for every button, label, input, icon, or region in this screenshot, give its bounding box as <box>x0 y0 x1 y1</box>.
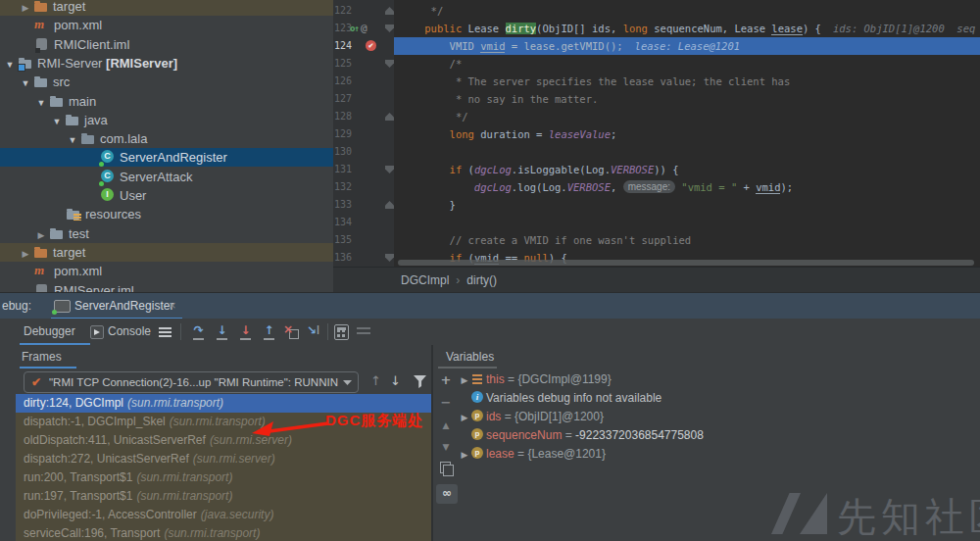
variable-row[interactable]: psequenceNum = -9223372036854775808 <box>458 426 980 445</box>
tree-row[interactable]: ▼RMI-Server [RMIServer] <box>0 54 334 73</box>
tree-row[interactable]: mpom.xml <box>0 262 334 280</box>
variable-row[interactable]: ▶please = {Lease@1201} <box>458 445 980 464</box>
editor-horizontal-scrollbar[interactable] <box>398 260 974 266</box>
tree-row[interactable]: RMIClient.iml <box>0 35 334 54</box>
code-line[interactable]: public Lease dirty(ObjID[] ids, long seq… <box>394 20 980 37</box>
tab-debugger[interactable]: Debugger <box>24 319 75 345</box>
editor-line[interactable]: 125 /* <box>333 55 980 73</box>
variable-row[interactable]: iVariables debug info not available <box>458 389 980 408</box>
variable-expand-icon[interactable]: ▶ <box>458 446 471 465</box>
frame-row[interactable]: dispatch:272, UnicastServerRef(sun.rmi.s… <box>16 450 431 468</box>
tree-row[interactable]: resources <box>0 205 334 223</box>
run-to-cursor-icon[interactable]: ↘I <box>305 323 321 340</box>
tree-expand-icon[interactable]: ▼ <box>49 113 65 131</box>
fold-marker-icon[interactable] <box>385 7 394 15</box>
frame-row[interactable]: oldDispatch:411, UnicastServerRef(sun.rm… <box>16 431 431 450</box>
variable-expand-icon[interactable]: ▶ <box>458 409 471 427</box>
tree-expand-icon[interactable]: ▼ <box>65 131 80 150</box>
layout-menu-icon[interactable] <box>159 327 172 329</box>
editor-line[interactable]: 128 */ <box>333 108 980 125</box>
code-line[interactable]: VMID vmid = lease.getVMID();lease: Lease… <box>394 37 980 55</box>
frame-row[interactable]: run:197, Transport$1(sun.rmi.transport) <box>16 487 431 506</box>
previous-frame-icon[interactable]: ↑ <box>370 371 381 391</box>
remove-watch-icon[interactable]: − <box>438 396 454 410</box>
step-over-icon[interactable]: ↷ <box>190 323 207 340</box>
editor-line[interactable]: 132 dgcLog.log(Log.VERBOSE, message: "vm… <box>333 178 980 196</box>
code-line[interactable]: if (dgcLog.isLoggable(Log.VERBOSE)) { <box>394 161 980 178</box>
breakpoint-icon[interactable]: ✔ <box>366 40 376 51</box>
tree-row[interactable]: ▶target <box>0 243 334 262</box>
code-line[interactable]: long duration = leaseValue; <box>394 125 980 143</box>
editor-line[interactable]: 126 * The server specifies the lease val… <box>333 73 980 90</box>
editor-line[interactable]: 134 <box>333 214 980 231</box>
fold-marker-icon[interactable] <box>385 60 394 68</box>
code-line[interactable]: */ <box>394 2 980 20</box>
editor-line[interactable]: 133 } <box>333 196 980 214</box>
editor-line[interactable]: 129 long duration = leaseValue; <box>333 125 980 143</box>
tree-row[interactable]: RMIServer.iml <box>0 281 334 293</box>
frame-row[interactable]: run:200, Transport$1(sun.rmi.transport) <box>16 468 431 487</box>
code-line[interactable]: } <box>394 196 980 214</box>
editor-line[interactable]: 131 if (dgcLog.isLoggable(Log.VERBOSE)) … <box>333 161 980 178</box>
tree-row[interactable]: ▼src <box>0 73 334 91</box>
breadcrumb-method[interactable]: dirty() <box>466 273 497 287</box>
tree-row[interactable]: ▼main <box>0 92 334 111</box>
move-down-icon[interactable]: ▼ <box>438 440 454 454</box>
tree-expand-icon[interactable]: ▼ <box>33 94 49 113</box>
force-step-into-icon[interactable]: ↓ <box>237 323 254 340</box>
tree-expand-icon[interactable]: ▼ <box>18 74 33 93</box>
breadcrumb-class[interactable]: DGCImpl <box>333 273 449 287</box>
evaluate-expression-icon[interactable] <box>334 324 349 340</box>
tree-row[interactable]: ▼com.lala <box>0 129 334 148</box>
tab-console[interactable]: Console <box>108 319 151 345</box>
tree-expand-icon[interactable]: ▼ <box>2 56 18 74</box>
code-line[interactable]: * The server specifies the lease value; … <box>394 73 980 90</box>
fold-marker-icon[interactable] <box>385 113 394 121</box>
tree-row[interactable]: ▼java <box>0 111 334 129</box>
tree-row[interactable]: ▶test <box>0 224 334 243</box>
tree-collapse-icon[interactable]: ▶ <box>18 0 33 18</box>
frame-row[interactable]: dirty:124, DGCImpl(sun.rmi.transport) <box>16 394 431 413</box>
fold-marker-icon[interactable] <box>385 201 394 209</box>
variable-row[interactable]: ▶this = {DGCImpl@1199} <box>458 370 980 389</box>
tree-collapse-icon[interactable]: ▶ <box>18 245 33 264</box>
overrides-method-icon[interactable]: o↑ <box>350 20 359 37</box>
thread-dropdown[interactable]: ✔ "RMI TCP Connection(2)-16...up "RMI Ru… <box>24 371 359 393</box>
tree-row[interactable]: mpom.xml <box>0 16 334 34</box>
fold-marker-icon[interactable] <box>385 25 394 32</box>
code-line[interactable]: dgcLog.log(Log.VERBOSE, message: "vmid =… <box>394 178 980 196</box>
frame-row[interactable]: serviceCall:196, Transport(sun.rmi.trans… <box>16 524 431 541</box>
editor-line[interactable]: 123o↑@ public Lease dirty(ObjID[] ids, l… <box>333 20 980 37</box>
code-editor[interactable]: 122 */123o↑@ public Lease dirty(ObjID[] … <box>333 0 980 267</box>
editor-line[interactable]: 127 * no say in the matter. <box>333 90 980 108</box>
drop-frame-icon[interactable]: × <box>283 323 300 340</box>
code-line[interactable] <box>394 214 980 231</box>
editor-line[interactable]: 130 <box>333 143 980 161</box>
tab-frames[interactable]: Frames <box>22 345 62 369</box>
code-line[interactable] <box>394 143 980 161</box>
code-line[interactable]: /* <box>394 55 980 73</box>
frame-row[interactable]: doPrivileged:-1, AccessController(java.s… <box>16 506 431 524</box>
tree-row[interactable]: CServerAttack <box>0 168 334 186</box>
fold-marker-icon[interactable] <box>385 166 394 173</box>
editor-line[interactable]: 135 // create a VMID if one wasn't suppl… <box>333 231 980 249</box>
editor-line[interactable]: 122 */ <box>333 2 980 20</box>
next-frame-icon[interactable]: ↓ <box>390 371 401 391</box>
tree-row[interactable]: IUser <box>0 186 334 205</box>
layout-settings-icon[interactable] <box>357 327 370 329</box>
add-watch-icon[interactable]: + <box>438 373 454 387</box>
code-line[interactable]: * no say in the matter. <box>394 90 980 108</box>
filter-icon[interactable] <box>414 375 426 388</box>
step-into-icon[interactable]: ↓ <box>214 323 230 340</box>
close-icon[interactable]: × <box>169 293 176 319</box>
variable-expand-icon[interactable]: ▶ <box>458 371 471 390</box>
editor-line[interactable]: 124✔ VMID vmid = lease.getVMID();lease: … <box>333 37 980 55</box>
step-out-icon[interactable]: ↑ <box>261 323 277 340</box>
tree-collapse-icon[interactable]: ▶ <box>33 226 49 245</box>
code-line[interactable]: */ <box>394 108 980 125</box>
fold-marker-icon[interactable] <box>385 254 394 262</box>
variable-row[interactable]: ▶pids = {ObjID[1]@1200} <box>458 408 980 426</box>
move-up-icon[interactable]: ▲ <box>438 418 454 432</box>
watches-glasses-icon[interactable]: ∞ <box>436 484 458 504</box>
tab-variables[interactable]: Variables <box>446 345 494 369</box>
